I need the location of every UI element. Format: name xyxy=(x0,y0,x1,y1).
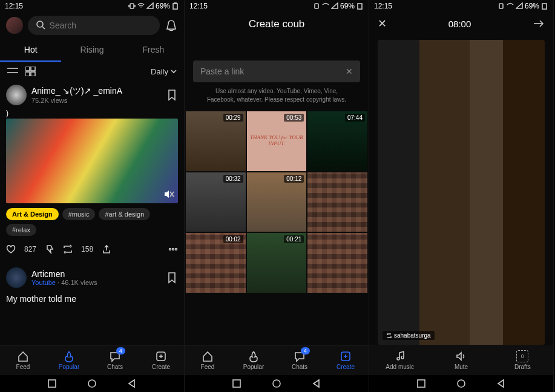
recoub-icon[interactable] xyxy=(63,244,73,254)
music-icon xyxy=(394,350,406,362)
nav-feed[interactable]: Feed xyxy=(185,345,231,375)
bookmark-icon[interactable] xyxy=(166,272,178,284)
chip-category[interactable]: Art & Design xyxy=(6,208,59,220)
svg-point-5 xyxy=(37,21,43,27)
tab-fresh[interactable]: Fresh xyxy=(123,39,184,62)
mute-button[interactable]: Mute xyxy=(430,345,491,375)
notifications-icon[interactable] xyxy=(165,19,178,32)
nav-feed[interactable]: Feed xyxy=(0,345,46,375)
clear-icon[interactable]: ✕ xyxy=(346,67,353,76)
svg-rect-31 xyxy=(542,4,547,9)
more-icon[interactable] xyxy=(168,244,178,254)
muted-icon[interactable] xyxy=(163,189,174,200)
flame-icon xyxy=(248,350,260,362)
video-thumb[interactable]: 07:44 xyxy=(307,111,367,171)
svg-rect-28 xyxy=(233,380,240,387)
post-video[interactable] xyxy=(6,119,178,203)
recent-apps-icon[interactable] xyxy=(416,379,426,388)
recent-apps-icon[interactable] xyxy=(47,379,57,388)
repost-icon xyxy=(386,333,392,339)
like-icon[interactable] xyxy=(6,244,16,254)
post-chips: Art & Design #music #art & design #relax xyxy=(6,203,178,241)
svg-point-34 xyxy=(458,380,465,387)
search-input[interactable] xyxy=(50,21,153,30)
post-avatar[interactable] xyxy=(6,267,27,288)
chip-tag[interactable]: #art & design xyxy=(99,208,150,220)
clock: 12:15 xyxy=(374,2,392,10)
nav-popular[interactable]: Popular xyxy=(46,345,92,375)
dislike-icon[interactable] xyxy=(45,244,54,254)
editor-nav: Add music Mute 0 Drafts xyxy=(369,345,553,375)
repost-credit: sahabatsurga xyxy=(383,331,435,340)
svg-rect-33 xyxy=(418,380,425,387)
post-1: Anime_ ↘(ツ)↗ _eminA 75.2K views ) Art & … xyxy=(0,81,184,260)
back-system-icon[interactable] xyxy=(127,379,137,388)
back-system-icon[interactable] xyxy=(496,379,506,388)
video-thumb[interactable]: 00:21 xyxy=(247,233,307,293)
video-thumb[interactable]: 00:12 xyxy=(247,172,307,232)
chat-badge: 4 xyxy=(301,347,310,354)
post-title[interactable]: Anime_ ↘(ツ)↗ _eminA xyxy=(31,86,122,97)
drafts-button[interactable]: 0 Drafts xyxy=(492,345,553,375)
list-view-icon[interactable] xyxy=(7,67,19,76)
svg-rect-10 xyxy=(31,67,35,71)
nav-create[interactable]: Create xyxy=(323,345,369,375)
svg-point-22 xyxy=(88,380,96,387)
video-thumb[interactable]: 00:02 xyxy=(186,233,246,293)
recent-apps-icon[interactable] xyxy=(232,379,241,388)
home-system-icon[interactable] xyxy=(87,379,97,388)
feed-tabs: Hot Rising Fresh xyxy=(0,39,184,62)
like-count: 827 xyxy=(24,245,36,253)
share-icon[interactable] xyxy=(102,244,111,254)
svg-rect-3 xyxy=(173,4,177,9)
back-system-icon[interactable] xyxy=(312,379,321,388)
post-2: Articmen Youtube · 46.1K views My mother… xyxy=(0,260,184,310)
bookmark-icon[interactable] xyxy=(166,89,178,101)
close-icon[interactable]: ✕ xyxy=(378,17,387,30)
android-nav xyxy=(0,375,184,392)
nav-chats[interactable]: 4 Chats xyxy=(277,345,323,375)
video-thumb[interactable] xyxy=(307,172,367,232)
video-thumb[interactable]: 00:32 xyxy=(186,172,246,232)
vibrate-icon xyxy=(313,2,320,10)
tab-rising[interactable]: Rising xyxy=(61,39,122,62)
chip-tag[interactable]: #music xyxy=(62,208,96,220)
nav-create[interactable]: Create xyxy=(138,345,184,375)
battery-icon xyxy=(541,2,548,10)
sort-daily[interactable]: Daily xyxy=(151,67,177,76)
clock: 12:15 xyxy=(5,2,23,10)
view-toggle xyxy=(7,67,38,76)
video-thumb[interactable]: 00:29 xyxy=(186,111,246,171)
drafts-icon: 0 xyxy=(516,350,528,362)
battery-pct: 69% xyxy=(340,2,355,10)
next-arrow-icon[interactable] xyxy=(533,18,545,30)
chip-tag[interactable]: #relax xyxy=(6,224,36,236)
recoub-count: 158 xyxy=(81,245,93,253)
nav-popular[interactable]: Popular xyxy=(231,345,277,375)
status-right: 69% xyxy=(128,2,179,10)
header xyxy=(0,12,184,39)
video-thumb[interactable] xyxy=(307,233,367,293)
video-thumb[interactable]: 00:53THANK YOU for YOUR INPUT. xyxy=(247,111,307,171)
svg-rect-21 xyxy=(48,380,56,387)
status-right: 69% xyxy=(498,2,548,10)
svg-rect-24 xyxy=(358,4,362,9)
bottom-nav: Feed Popular 4 Chats Create xyxy=(0,345,184,375)
post-avatar[interactable] xyxy=(6,85,27,105)
status-bar: 12:15 69% xyxy=(369,0,553,12)
nav-chats[interactable]: 4 Chats xyxy=(92,345,138,375)
home-icon xyxy=(17,350,29,362)
profile-avatar[interactable] xyxy=(6,17,23,34)
home-system-icon[interactable] xyxy=(272,379,281,388)
home-system-icon[interactable] xyxy=(456,379,466,388)
search-bar[interactable] xyxy=(28,16,160,35)
tab-hot[interactable]: Hot xyxy=(0,39,61,62)
grid-view-icon[interactable] xyxy=(25,67,38,76)
video-preview[interactable]: sahabatsurga xyxy=(378,40,545,345)
post-title[interactable]: Articmen xyxy=(31,269,97,279)
paste-link-input[interactable]: Paste a link ✕ xyxy=(193,60,360,82)
add-music-button[interactable]: Add music xyxy=(369,345,430,375)
post-subtitle: Youtube · 46.1K views xyxy=(31,279,97,286)
svg-rect-30 xyxy=(499,4,503,8)
battery-icon xyxy=(356,2,364,10)
